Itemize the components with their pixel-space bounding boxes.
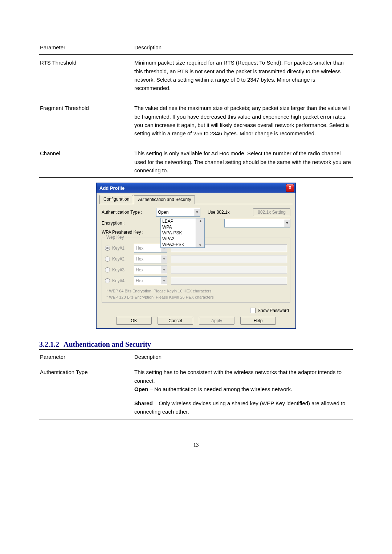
- param-desc: This setting has to be consistent with t…: [134, 366, 353, 417]
- param-desc: Minimum packet size required for an RTS …: [134, 57, 353, 94]
- wep-key-row: Key#4 Hex ▼: [105, 276, 287, 285]
- wep-key3-input[interactable]: [171, 266, 287, 274]
- scroll-up-icon[interactable]: ▲: [197, 219, 203, 223]
- chevron-down-icon[interactable]: ▼: [161, 277, 167, 284]
- wep-key3-radio[interactable]: [105, 267, 110, 272]
- tabs: Configuration Authentication and Securit…: [99, 195, 293, 204]
- param-name: Authentication Type: [39, 366, 134, 417]
- wpa-preshared-key-label: WPA Preshared Key :: [102, 230, 156, 235]
- encryption-combo[interactable]: ▼: [224, 219, 290, 227]
- close-button[interactable]: X: [286, 184, 294, 192]
- scroll-down-icon[interactable]: ▼: [196, 243, 204, 247]
- param-name: Fragment Threshold: [39, 102, 134, 139]
- table-row: RTS Threshold Minimum packet size requir…: [39, 57, 353, 94]
- apply-button[interactable]: Apply: [199, 317, 234, 325]
- show-password-checkbox[interactable]: [250, 308, 256, 313]
- show-password-label: Show Passward: [258, 308, 289, 313]
- auth-type-label: Authentication Type :: [102, 210, 156, 215]
- wep-key3-format[interactable]: Hex ▼: [134, 266, 167, 274]
- use-8021x-checkbox-label[interactable]: Use 802.1x: [208, 210, 230, 215]
- header-description: Description: [134, 351, 353, 362]
- wep-key4-format[interactable]: Hex ▼: [134, 276, 167, 285]
- cancel-button[interactable]: Cancel: [158, 317, 193, 325]
- param-desc: The value defines the maximum size of pa…: [134, 102, 353, 139]
- chevron-down-icon[interactable]: ▼: [194, 209, 200, 216]
- wep-hint-128: * WEP 128 Bits Encryption: Please Keyin …: [106, 294, 286, 300]
- wep-key1-radio[interactable]: [105, 246, 110, 251]
- wep-key-legend: Wep Key: [105, 235, 125, 240]
- help-button[interactable]: Help: [240, 317, 276, 325]
- scrollbar[interactable]: ▲ ▼: [196, 218, 204, 247]
- encryption-label: Encryption :: [102, 221, 156, 226]
- wep-key2-radio[interactable]: [105, 257, 110, 262]
- auth-security-table: Parameter Description: [39, 351, 353, 362]
- wep-key2-format[interactable]: Hex ▼: [134, 255, 167, 263]
- chevron-down-icon[interactable]: ▼: [161, 266, 167, 274]
- wep-key4-radio[interactable]: [105, 278, 110, 283]
- add-profile-dialog: Add Profile X Configuration Authenticati…: [96, 183, 296, 329]
- 8021x-setting-button[interactable]: 802.1x Setting: [253, 208, 290, 216]
- param-desc: This setting is only available for Ad Ho…: [134, 148, 353, 176]
- table-row: Channel This setting is only available f…: [39, 148, 353, 176]
- wep-key2-input[interactable]: [171, 255, 287, 263]
- dialog-title: Add Profile: [99, 185, 286, 191]
- titlebar[interactable]: Add Profile X: [96, 183, 296, 193]
- header-parameter: Parameter: [39, 351, 134, 362]
- param-name: Channel: [39, 148, 134, 176]
- auth-type-combo[interactable]: Open ▼: [156, 208, 200, 217]
- wep-key-row: Key#2 Hex ▼: [105, 255, 287, 263]
- header-description: Description: [134, 42, 353, 53]
- wep-key-row: Key#3 Hex ▼: [105, 266, 287, 274]
- auth-type-dropdown-list[interactable]: LEAP WPA WPA-PSK WPA2 WPA2-PSK ▲ ▼: [160, 218, 205, 248]
- tab-auth-security[interactable]: Authentication and Security: [134, 195, 195, 204]
- page-number: 13: [39, 422, 353, 448]
- table-row: Authentication Type This setting has to …: [39, 366, 353, 417]
- wep-key4-input[interactable]: [171, 277, 287, 285]
- table-row: Fragment Threshold The value defines the…: [39, 102, 353, 139]
- advanced-params-table: Parameter Description: [39, 42, 353, 53]
- chevron-down-icon[interactable]: ▼: [161, 255, 167, 263]
- param-name: RTS Threshold: [39, 57, 134, 94]
- section-heading: 3.2.1.2Authentication and Security: [39, 340, 353, 349]
- tab-configuration[interactable]: Configuration: [99, 195, 133, 204]
- chevron-down-icon[interactable]: ▼: [284, 219, 290, 227]
- header-parameter: Parameter: [39, 42, 134, 53]
- wep-hint-64: * WEP 64 Bits Encryption: Please Keyin 1…: [106, 288, 286, 294]
- ok-button[interactable]: OK: [116, 317, 152, 325]
